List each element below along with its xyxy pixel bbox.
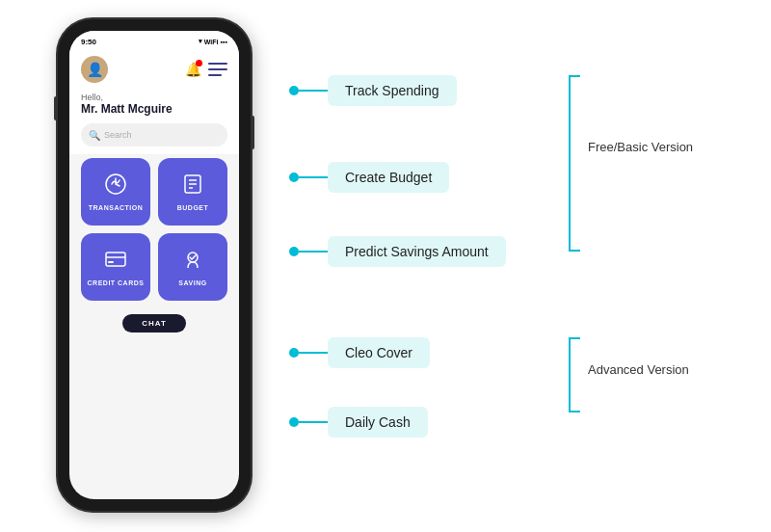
grid-item-saving[interactable]: SAVING xyxy=(158,233,227,301)
line-create-budget xyxy=(299,176,328,178)
status-icons: ▾ WiFi ▪▪▪ xyxy=(199,38,227,45)
feature-create-budget: Create Budget xyxy=(328,162,449,193)
grid-item-transaction[interactable]: TRANSACTION xyxy=(81,158,150,226)
search-placeholder: Search xyxy=(104,130,132,140)
dot-track-spending xyxy=(289,86,299,95)
phone-mockup: 9:50 ▾ WiFi ▪▪▪ 👤 🔔 xyxy=(58,19,251,511)
app-header: 👤 🔔 xyxy=(69,52,239,89)
svg-rect-5 xyxy=(106,253,125,266)
status-time: 9:50 xyxy=(81,38,96,46)
search-icon: 🔍 xyxy=(89,130,100,141)
grid-item-credit[interactable]: CREDIT CARDS xyxy=(81,233,150,301)
budget-label: BUDGET xyxy=(177,204,209,211)
feature-predict-savings: Predict Savings Amount xyxy=(328,236,506,267)
feature-track-spending: Track Spending xyxy=(328,75,457,106)
menu-line-3 xyxy=(208,74,222,76)
menu-line-1 xyxy=(208,63,227,65)
credit-icon xyxy=(104,248,127,276)
advanced-version-label: Advanced Version xyxy=(588,362,689,377)
avatar: 👤 xyxy=(81,56,108,83)
connector-daily-cash: Daily Cash xyxy=(289,407,428,438)
feature-daily-cash: Daily Cash xyxy=(328,407,428,438)
bell-icon[interactable]: 🔔 xyxy=(183,60,202,79)
features-area: Track Spending Create Budget Predict Sav… xyxy=(289,29,752,511)
connector-cleo-cover: Cleo Cover xyxy=(289,337,430,368)
phone-screen: 9:50 ▾ WiFi ▪▪▪ 👤 🔔 xyxy=(69,31,239,499)
bracket-advanced-top-tick xyxy=(569,337,580,339)
line-predict-savings xyxy=(299,251,328,253)
line-daily-cash xyxy=(299,421,328,423)
notification-dot xyxy=(196,60,202,66)
credit-label: CREDIT CARDS xyxy=(88,279,145,286)
dot-create-budget xyxy=(289,173,299,182)
header-icons: 🔔 xyxy=(183,60,227,79)
bracket-free-bottom-tick xyxy=(569,250,580,252)
transaction-icon xyxy=(104,173,127,200)
search-bar[interactable]: 🔍 Search xyxy=(69,123,239,154)
bracket-advanced-version xyxy=(569,337,571,412)
transaction-label: TRANSACTION xyxy=(89,204,143,211)
free-version-label: Free/Basic Version xyxy=(588,140,693,154)
menu-line-2 xyxy=(208,68,227,70)
chat-button[interactable]: CHAT xyxy=(122,314,186,332)
bracket-free-version xyxy=(569,75,571,252)
search-input-mock[interactable]: 🔍 Search xyxy=(81,123,227,146)
greeting-name: Mr. Matt Mcguire xyxy=(81,102,227,116)
hamburger-icon[interactable] xyxy=(208,63,227,76)
status-bar: 9:50 ▾ WiFi ▪▪▪ xyxy=(69,31,239,52)
phone-outer: 9:50 ▾ WiFi ▪▪▪ 👤 🔔 xyxy=(58,19,251,511)
line-cleo-cover xyxy=(299,352,328,354)
app-grid: TRANSACTION BUDGET xyxy=(69,154,239,305)
line-track-spending xyxy=(299,90,328,92)
dot-cleo-cover xyxy=(289,348,299,358)
budget-icon xyxy=(181,173,204,200)
connector-predict-savings: Predict Savings Amount xyxy=(289,236,506,267)
connector-create-budget: Create Budget xyxy=(289,162,449,193)
greeting-hello: Hello, xyxy=(81,93,227,102)
greeting-section: Hello, Mr. Matt Mcguire xyxy=(69,89,239,123)
dot-predict-savings xyxy=(289,247,299,256)
dot-daily-cash xyxy=(289,417,299,427)
bracket-advanced-bottom-tick xyxy=(569,411,580,412)
connector-track-spending: Track Spending xyxy=(289,75,457,106)
bracket-free-top-tick xyxy=(569,75,580,77)
chat-area: CHAT xyxy=(69,305,239,338)
saving-icon xyxy=(181,248,204,276)
saving-label: SAVING xyxy=(178,279,206,286)
feature-cleo-cover: Cleo Cover xyxy=(328,337,430,368)
grid-item-budget[interactable]: BUDGET xyxy=(158,158,227,226)
